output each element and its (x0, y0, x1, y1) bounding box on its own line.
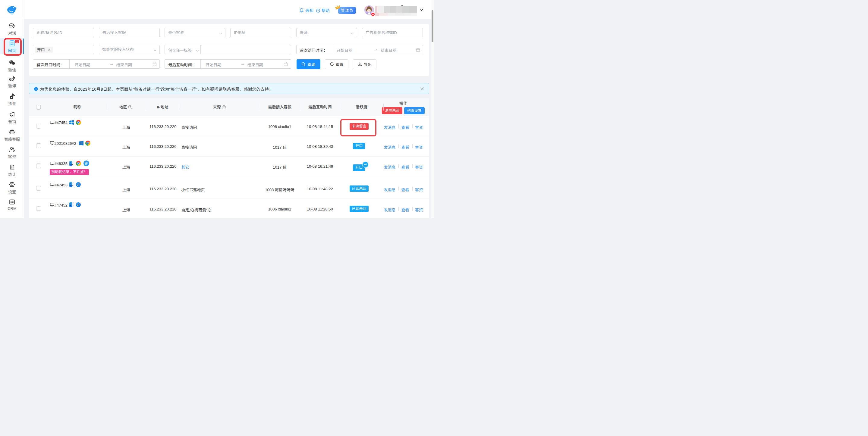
svg-text:?: ? (130, 106, 131, 109)
svg-text:?: ? (223, 106, 225, 109)
svg-text:?: ? (317, 9, 319, 12)
